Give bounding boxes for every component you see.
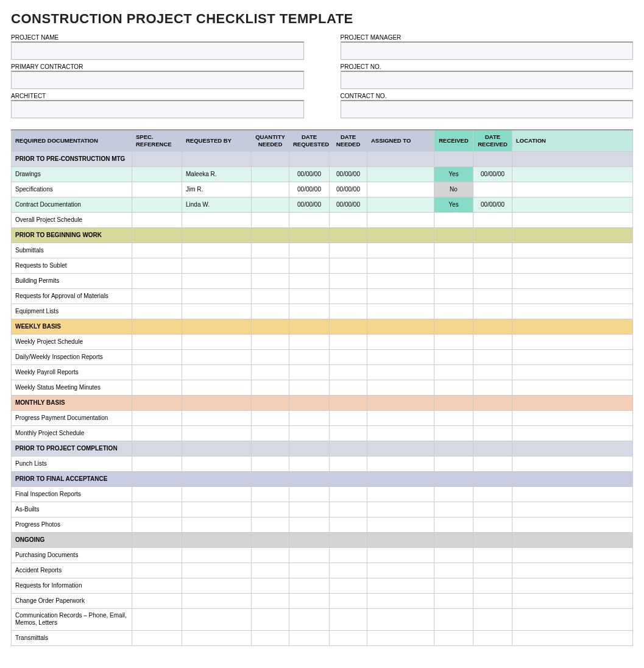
cell-received[interactable] bbox=[434, 563, 473, 578]
cell-date-requested[interactable]: 00/00/00 bbox=[289, 166, 330, 182]
cell-received[interactable] bbox=[434, 258, 473, 273]
cell-requested-by[interactable] bbox=[182, 563, 252, 578]
cell-spec[interactable] bbox=[132, 304, 182, 319]
cell-spec[interactable] bbox=[132, 578, 182, 593]
cell-spec[interactable] bbox=[132, 334, 182, 349]
cell-assigned[interactable] bbox=[367, 197, 434, 212]
cell-doc[interactable]: Equipment Lists bbox=[12, 304, 132, 319]
cell-quantity[interactable] bbox=[252, 212, 289, 227]
cell-assigned[interactable] bbox=[367, 456, 434, 471]
cell-location[interactable] bbox=[512, 334, 633, 349]
cell-spec[interactable] bbox=[132, 563, 182, 578]
cell-date-requested[interactable] bbox=[289, 334, 330, 349]
cell-date-requested[interactable] bbox=[289, 456, 330, 471]
cell-doc[interactable]: Drawings bbox=[12, 166, 132, 182]
cell-date-requested[interactable] bbox=[289, 547, 330, 563]
cell-doc[interactable]: Punch Lists bbox=[12, 456, 132, 471]
cell-doc[interactable]: Building Permits bbox=[12, 273, 132, 288]
cell-spec[interactable] bbox=[132, 273, 182, 288]
cell-quantity[interactable] bbox=[252, 182, 289, 197]
cell-date-received[interactable] bbox=[473, 380, 512, 395]
cell-spec[interactable] bbox=[132, 166, 182, 182]
cell-requested-by[interactable] bbox=[182, 304, 252, 319]
cell-date-received[interactable] bbox=[473, 547, 512, 563]
cell-doc[interactable]: Monthly Project Schedule bbox=[12, 425, 132, 441]
cell-location[interactable] bbox=[512, 410, 633, 425]
cell-date-received[interactable] bbox=[473, 578, 512, 593]
cell-date-requested[interactable] bbox=[289, 563, 330, 578]
cell-date-needed[interactable] bbox=[330, 364, 367, 380]
cell-requested-by[interactable] bbox=[182, 630, 252, 645]
cell-location[interactable] bbox=[512, 364, 633, 380]
cell-date-requested[interactable] bbox=[289, 593, 330, 608]
cell-date-received[interactable] bbox=[473, 364, 512, 380]
cell-quantity[interactable] bbox=[252, 197, 289, 212]
cell-location[interactable] bbox=[512, 547, 633, 563]
cell-location[interactable] bbox=[512, 273, 633, 288]
cell-requested-by[interactable] bbox=[182, 608, 252, 630]
project-no-input[interactable] bbox=[341, 71, 634, 89]
cell-received[interactable] bbox=[434, 547, 473, 563]
cell-spec[interactable] bbox=[132, 212, 182, 227]
cell-assigned[interactable] bbox=[367, 608, 434, 630]
cell-date-requested[interactable] bbox=[289, 608, 330, 630]
cell-date-needed[interactable] bbox=[330, 380, 367, 395]
cell-date-requested[interactable] bbox=[289, 273, 330, 288]
project-name-input[interactable] bbox=[11, 41, 304, 60]
cell-quantity[interactable] bbox=[252, 380, 289, 395]
cell-date-requested[interactable] bbox=[289, 425, 330, 441]
cell-date-received[interactable] bbox=[473, 502, 512, 517]
cell-location[interactable] bbox=[512, 578, 633, 593]
cell-date-requested[interactable] bbox=[289, 258, 330, 273]
cell-quantity[interactable] bbox=[252, 578, 289, 593]
cell-requested-by[interactable] bbox=[182, 349, 252, 364]
cell-received[interactable] bbox=[434, 456, 473, 471]
cell-quantity[interactable] bbox=[252, 334, 289, 349]
cell-date-needed[interactable] bbox=[330, 304, 367, 319]
cell-location[interactable] bbox=[512, 593, 633, 608]
cell-date-received[interactable] bbox=[473, 349, 512, 364]
cell-spec[interactable] bbox=[132, 502, 182, 517]
cell-assigned[interactable] bbox=[367, 593, 434, 608]
cell-spec[interactable] bbox=[132, 547, 182, 563]
cell-location[interactable] bbox=[512, 258, 633, 273]
cell-date-needed[interactable] bbox=[330, 212, 367, 227]
cell-received[interactable] bbox=[434, 288, 473, 304]
cell-doc[interactable]: Accident Reports bbox=[12, 563, 132, 578]
cell-date-received[interactable] bbox=[473, 288, 512, 304]
cell-received[interactable] bbox=[434, 608, 473, 630]
cell-date-requested[interactable]: 00/00/00 bbox=[289, 182, 330, 197]
cell-quantity[interactable] bbox=[252, 364, 289, 380]
cell-assigned[interactable] bbox=[367, 578, 434, 593]
cell-date-requested[interactable] bbox=[289, 349, 330, 364]
cell-doc[interactable]: Daily/Weekly Inspection Reports bbox=[12, 349, 132, 364]
cell-quantity[interactable] bbox=[252, 456, 289, 471]
cell-location[interactable] bbox=[512, 243, 633, 258]
cell-spec[interactable] bbox=[132, 517, 182, 532]
cell-requested-by[interactable] bbox=[182, 425, 252, 441]
cell-location[interactable] bbox=[512, 630, 633, 645]
cell-doc[interactable]: Overall Project Schedule bbox=[12, 212, 132, 227]
cell-requested-by[interactable] bbox=[182, 578, 252, 593]
cell-location[interactable] bbox=[512, 349, 633, 364]
cell-spec[interactable] bbox=[132, 486, 182, 502]
cell-location[interactable] bbox=[512, 456, 633, 471]
cell-location[interactable] bbox=[512, 212, 633, 227]
cell-quantity[interactable] bbox=[252, 517, 289, 532]
cell-date-received[interactable]: 00/00/00 bbox=[473, 197, 512, 212]
cell-spec[interactable] bbox=[132, 608, 182, 630]
cell-assigned[interactable] bbox=[367, 258, 434, 273]
cell-date-needed[interactable] bbox=[330, 563, 367, 578]
cell-spec[interactable] bbox=[132, 593, 182, 608]
cell-location[interactable] bbox=[512, 563, 633, 578]
cell-date-requested[interactable] bbox=[289, 304, 330, 319]
cell-date-received[interactable] bbox=[473, 593, 512, 608]
cell-date-received[interactable] bbox=[473, 212, 512, 227]
cell-quantity[interactable] bbox=[252, 258, 289, 273]
cell-requested-by[interactable] bbox=[182, 380, 252, 395]
cell-received[interactable] bbox=[434, 364, 473, 380]
cell-date-needed[interactable] bbox=[330, 486, 367, 502]
cell-quantity[interactable] bbox=[252, 410, 289, 425]
cell-received[interactable] bbox=[434, 273, 473, 288]
cell-date-received[interactable] bbox=[473, 630, 512, 645]
